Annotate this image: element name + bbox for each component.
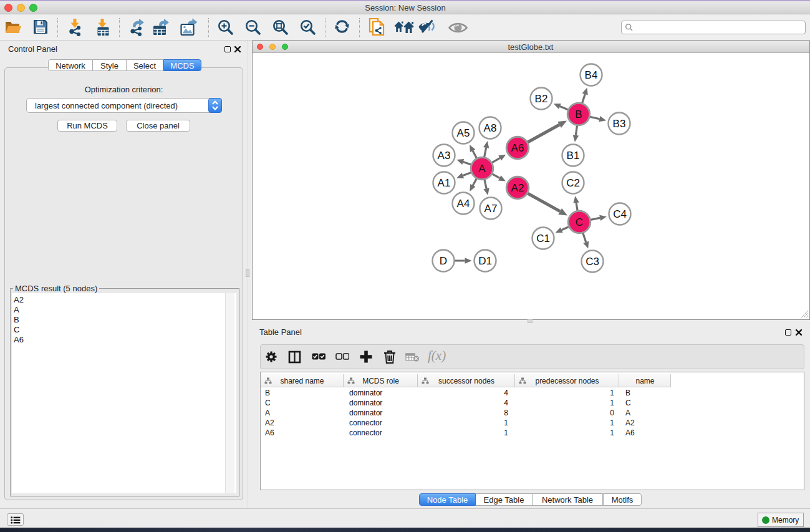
svg-text:C: C	[576, 216, 583, 228]
svg-text:A3: A3	[438, 150, 451, 162]
svg-text:B4: B4	[585, 69, 598, 81]
svg-text:C3: C3	[586, 256, 599, 268]
svg-text:A6: A6	[511, 142, 524, 154]
svg-text:A4: A4	[457, 198, 470, 210]
svg-text:C4: C4	[613, 208, 627, 220]
svg-text:B3: B3	[613, 118, 626, 130]
svg-text:A5: A5	[457, 127, 470, 139]
svg-text:A2: A2	[511, 182, 524, 194]
svg-text:D1: D1	[478, 255, 492, 267]
svg-text:B2: B2	[535, 93, 548, 105]
svg-text:C2: C2	[566, 177, 580, 189]
svg-text:C1: C1	[536, 233, 550, 244]
svg-text:B1: B1	[567, 150, 580, 162]
svg-text:A7: A7	[485, 203, 498, 215]
svg-text:A8: A8	[484, 122, 497, 134]
svg-text:B: B	[575, 109, 582, 120]
svg-text:A: A	[478, 163, 486, 175]
svg-text:D: D	[440, 255, 447, 267]
svg-text:A1: A1	[438, 177, 451, 189]
